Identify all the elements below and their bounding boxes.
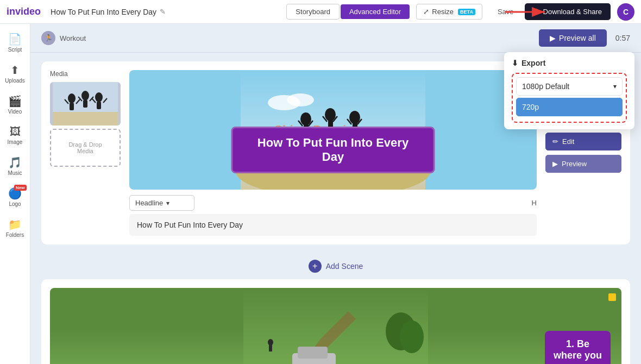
svg-point-28 [349, 111, 360, 124]
sidebar-label-music: Music [8, 170, 22, 176]
export-option-1080p[interactable]: 1080p Default ▾ [516, 77, 623, 96]
tab-advanced-editor[interactable]: Advanced Editor [341, 4, 410, 19]
scene-video-wrapper: ChiasePremium.com How To Put Fun Into Ev… [129, 70, 537, 190]
export-dropdown: ⬇ Export 1080p Default ▾ 720p [504, 52, 634, 129]
main-layout: 📄 Script ⬆ Uploads 🎬 Video 🖼 Image 🎵 Mus… [0, 24, 641, 364]
preview-all-button[interactable]: ▶ Preview all [539, 29, 607, 47]
scene2-video: 1. Be where you are. [50, 288, 621, 364]
sidebar-label-logo: Logo [9, 201, 21, 207]
export-option-720p[interactable]: 720p [516, 98, 623, 116]
thumbnail-image [53, 82, 118, 125]
save-button[interactable]: Save [490, 4, 521, 20]
script-icon: 📄 [8, 33, 22, 46]
drop-line2: Media [77, 148, 93, 154]
logo-text: invideo [7, 6, 41, 17]
folders-icon: 📁 [8, 218, 22, 231]
export-icon: ⬇ [512, 59, 518, 67]
tab-group: Storyboard Advanced Editor [286, 4, 410, 20]
resize-badge: BETA [458, 9, 475, 15]
preview-label: Preview [562, 160, 587, 168]
sub-topbar: 🏃 Workout ▶ Preview all 0:57 [30, 24, 641, 53]
headline-label: Headline [135, 199, 163, 207]
media-label: Media [50, 70, 121, 78]
sidebar-item-video[interactable]: 🎬 Video [2, 90, 29, 119]
scene-main: ChiasePremium.com How To Put Fun Into Ev… [129, 70, 537, 236]
add-scene-row[interactable]: + Add Scene [41, 253, 630, 279]
headline-text-box[interactable]: How To Put Fun Into Every Day [129, 214, 537, 236]
drop-zone[interactable]: Drag & Drop Media [50, 129, 121, 167]
scene-card-2: 1. Be where you are. [41, 279, 630, 364]
sidebar-label-script: Script [8, 47, 22, 53]
sidebar-label-image: Image [8, 139, 23, 145]
add-scene-icon: + [309, 260, 322, 273]
resize-button[interactable]: ⤢ Resize BETA [416, 4, 482, 20]
svg-point-6 [95, 92, 103, 102]
svg-rect-8 [83, 100, 87, 108]
scene2-yellow-dot [608, 293, 616, 301]
media-thumbnail[interactable] [50, 82, 121, 125]
sidebar-item-folders[interactable]: 📁 Folders [2, 214, 29, 242]
svg-rect-7 [70, 103, 74, 110]
option-720p-label: 720p [522, 103, 539, 111]
svg-point-24 [325, 108, 336, 121]
headline-select[interactable]: Headline ▾ [129, 195, 194, 211]
workout-label: Workout [60, 34, 539, 42]
scene2-line3: are. [569, 361, 586, 364]
edit-label: Edit [562, 137, 574, 146]
edit-icon: ✏ [552, 137, 558, 146]
sidebar-item-script[interactable]: 📄 Script [2, 28, 29, 57]
svg-rect-40 [269, 345, 272, 352]
option-chevron: ▾ [613, 83, 617, 90]
svg-point-20 [300, 112, 311, 125]
add-scene-label: Add Scene [326, 262, 363, 271]
media-panel: Media [50, 70, 121, 236]
svg-point-18 [287, 93, 314, 106]
scene2-main: 1. Be where you are. [50, 288, 621, 364]
download-label: Download & Share [543, 8, 602, 16]
preview-button[interactable]: ▶ Preview [545, 155, 621, 173]
svg-point-5 [81, 91, 89, 101]
scene2-image [50, 288, 621, 364]
workout-icon: 🏃 [41, 31, 55, 45]
scene-title-overlay: How To Put Fun Into Every Day [231, 127, 435, 173]
sidebar-label-video: Video [8, 109, 22, 115]
svg-point-34 [400, 321, 424, 353]
uploads-icon: ⬆ [10, 64, 20, 77]
option-1080p-label: 1080p Default [522, 82, 569, 91]
sidebar-item-image[interactable]: 🖼 Image [2, 121, 29, 149]
preview-icon: ▶ [552, 160, 558, 168]
drop-line1: Drag & Drop [68, 141, 102, 148]
sidebar-item-logo[interactable]: New 🔵 Logo [2, 183, 29, 211]
topbar: invideo How To Put Fun Into Every Day ✎ … [0, 0, 641, 24]
export-options-border: 1080p Default ▾ 720p [512, 73, 627, 123]
scene2-line1: 1. Be [566, 338, 589, 349]
headline-row: Headline ▾ H [129, 195, 537, 211]
logo: invideo [7, 6, 41, 17]
svg-point-4 [68, 93, 76, 103]
tab-storyboard[interactable]: Storyboard [286, 4, 340, 20]
sidebar-item-music[interactable]: 🎵 Music [2, 152, 29, 180]
project-title: How To Put Fun Into Every Day [51, 8, 156, 16]
scene2-title-overlay: 1. Be where you are. [545, 331, 611, 364]
video-icon: 🎬 [8, 95, 22, 108]
headline-h-icon: H [532, 199, 537, 207]
new-badge: New [14, 185, 26, 191]
preview-all-label: Preview all [559, 34, 596, 42]
edit-title-icon[interactable]: ✎ [160, 8, 166, 16]
edit-button[interactable]: ✏ Edit [545, 133, 621, 150]
headline-chevron: ▾ [166, 199, 169, 207]
sidebar-item-uploads[interactable]: ⬆ Uploads [2, 59, 29, 88]
image-icon: 🖼 [10, 125, 21, 138]
sidebar-label-uploads: Uploads [5, 78, 25, 84]
user-avatar[interactable]: C [617, 3, 634, 21]
scene-title-text: How To Put Fun Into Every Day [257, 136, 409, 164]
svg-rect-36 [298, 347, 328, 359]
download-icon: ⬇ [533, 8, 539, 16]
content-area: 🏃 Workout ▶ Preview all 0:57 Media [30, 24, 641, 364]
preview-all-icon: ▶ [550, 34, 556, 42]
svg-point-39 [268, 339, 273, 346]
download-share-button[interactable]: ⬇ Download & Share [525, 3, 611, 20]
svg-rect-9 [97, 102, 101, 109]
sidebar-label-folders: Folders [6, 232, 24, 238]
export-title: ⬇ Export [512, 59, 627, 67]
